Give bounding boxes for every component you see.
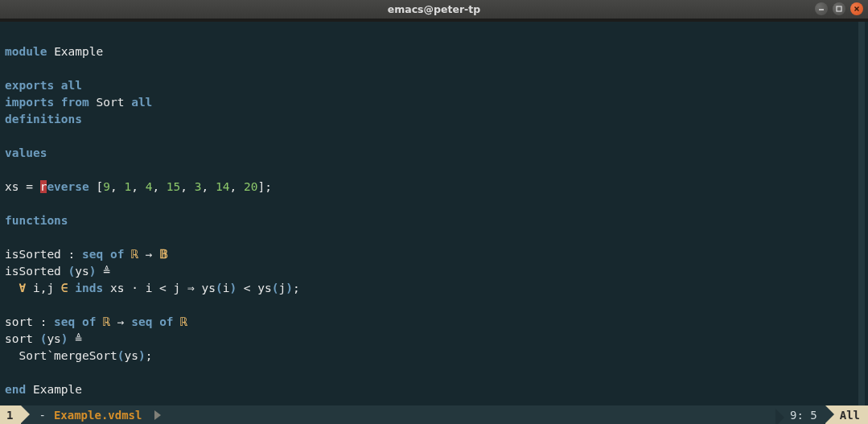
svg-rect-1	[837, 6, 841, 11]
code-line	[5, 62, 12, 75]
code-line: definitions	[5, 113, 82, 126]
code-line: end Example	[5, 383, 82, 396]
code-line: values	[5, 146, 47, 159]
code-line: xs = reverse [9, 1, 4, 15, 3, 14, 20];	[5, 180, 272, 193]
maximize-button[interactable]	[833, 2, 845, 15]
fringe-right	[858, 22, 865, 405]
modeline-separator-icon	[150, 410, 161, 420]
modeline: 1 - Example.vdmsl 9: 5 All	[0, 405, 868, 424]
modeline-center: - Example.vdmsl	[21, 409, 161, 422]
code-line: isSorted : seq of ℝ → 𝔹	[5, 248, 168, 261]
code-line: imports from Sort all	[5, 96, 152, 109]
code-line: Sort`mergeSort(ys);	[5, 349, 152, 362]
close-icon	[853, 5, 861, 13]
code-line: isSorted (ys) ≜	[5, 265, 110, 278]
code-line: sort (ys) ≜	[5, 332, 82, 345]
code-line	[5, 231, 12, 244]
minimize-icon	[817, 5, 825, 13]
minimize-button[interactable]	[815, 2, 828, 15]
close-button[interactable]	[850, 2, 863, 15]
editor-buffer[interactable]: module Example exports all imports from …	[0, 22, 868, 405]
code-line	[5, 130, 12, 142]
window-title: emacs@peter-tp	[388, 3, 480, 15]
code-line: exports all	[5, 79, 82, 92]
maximize-icon	[835, 5, 843, 13]
modeline-right: 9: 5 All	[775, 405, 868, 424]
code-line	[5, 197, 12, 210]
modeline-modified-indicator: -	[39, 409, 45, 422]
modeline-cursor-position: 9: 5	[775, 409, 825, 422]
modeline-buffer-name[interactable]: Example.vdmsl	[54, 409, 142, 422]
code-line: sort : seq of ℝ → seq of ℝ	[5, 315, 187, 328]
window-titlebar: emacs@peter-tp	[0, 0, 868, 19]
code-line: ∀ i,j ∈ inds xs · i < j ⇒ ys(i) < ys(j);	[5, 282, 300, 294]
modeline-percent: All	[825, 405, 868, 424]
code-line	[5, 163, 12, 176]
window-controls	[815, 2, 863, 15]
modeline-window-number[interactable]: 1	[0, 405, 21, 424]
code-line: functions	[5, 214, 68, 227]
code-line	[5, 366, 12, 379]
code-line: module Example	[5, 45, 103, 58]
code-line	[5, 298, 12, 311]
